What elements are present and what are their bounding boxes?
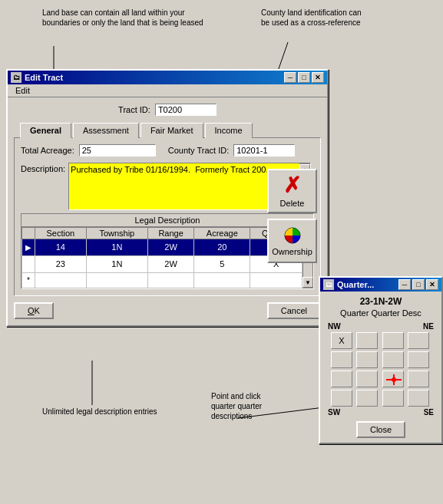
q-cell-0-3[interactable]: [408, 332, 429, 349]
q-cell-1-3[interactable]: [408, 351, 429, 368]
window-icon: 🗂: [11, 72, 21, 83]
window-title: Edit Tract: [25, 73, 63, 82]
table-row[interactable]: ▶ 14 1N 2W 20: [22, 239, 302, 256]
cell-range: 2W: [147, 239, 193, 256]
quarter-id: 23-1N-2W: [325, 296, 437, 307]
title-bar-controls: ─ □ ✕: [284, 72, 324, 83]
tab-assessment[interactable]: Assessment: [73, 123, 139, 138]
quarter-content: 23-1N-2W Quarter Quarter Desc NW NE: [320, 292, 441, 443]
q-cell-2-3[interactable]: [408, 371, 429, 387]
q-cell-1-0[interactable]: [331, 351, 352, 368]
sw-label: SW: [328, 408, 340, 417]
tab-content: Total Acreage: County Tract ID: Descript…: [14, 137, 321, 296]
q-cell-1-2[interactable]: [382, 351, 404, 368]
menu-bar: Edit: [8, 84, 327, 97]
quarter-title-controls: ─ □ ✕: [398, 279, 438, 290]
cell-section-new: [35, 272, 87, 288]
total-acreage-label: Total Acreage:: [21, 146, 74, 155]
edit-menu[interactable]: Edit: [11, 84, 35, 97]
action-buttons: OK Cancel: [14, 302, 321, 319]
delete-icon: ✗: [283, 175, 301, 196]
tabs-container: General Assessment Fair Market Income: [14, 122, 321, 137]
quarter-title-bar: 🗂 Quarter... ─ □ ✕: [320, 278, 441, 292]
q-cell-1-1[interactable]: [356, 351, 378, 368]
tab-general[interactable]: General: [20, 123, 71, 138]
close-button[interactable]: ✕: [312, 72, 324, 83]
ok-button[interactable]: OK: [14, 302, 54, 319]
ownership-label: Ownership: [272, 247, 312, 256]
q-cell-2-1[interactable]: [356, 371, 378, 387]
description-label: Description:: [21, 163, 65, 173]
quarter-desc-label: Quarter Quarter Desc: [325, 308, 437, 318]
quarter-window-icon: 🗂: [323, 279, 334, 290]
q-cell-0-1[interactable]: [356, 332, 378, 349]
row-indicator: ▶: [22, 239, 35, 256]
table-scroll-down[interactable]: ▼: [302, 277, 313, 288]
svg-point-7: [392, 377, 396, 382]
q-cell-2-2[interactable]: [382, 371, 404, 387]
cell-township: 1N: [86, 255, 147, 272]
row-indicator: [22, 255, 35, 272]
close-button[interactable]: Close: [356, 421, 405, 438]
se-label: SE: [424, 408, 434, 417]
crosshair-svg: [383, 371, 405, 388]
ne-label: NE: [423, 322, 434, 331]
quarter-bottom-labels: SW SE: [325, 408, 437, 417]
cell-section: 23: [35, 255, 87, 272]
table-row[interactable]: 23 1N 2W 5 X: [22, 255, 302, 272]
title-bar-left: 🗂 Edit Tract: [11, 72, 63, 83]
tab-income[interactable]: Income: [205, 123, 253, 138]
tract-id-label: Tract ID:: [118, 105, 150, 114]
cell-acreage: 5: [194, 255, 250, 272]
col-township: Township: [86, 228, 147, 239]
q-cell-0-0[interactable]: [331, 332, 352, 349]
q-cell-0-2[interactable]: [382, 332, 404, 349]
cell-township: 1N: [86, 239, 147, 256]
table-row-new[interactable]: *: [22, 272, 302, 288]
quarter-window-title: Quarter...: [337, 280, 374, 289]
quarter-window: 🗂 Quarter... ─ □ ✕ 23-1N-2W Quarter Quar…: [319, 276, 443, 444]
q-cell-3-1[interactable]: [356, 390, 378, 407]
quarter-close[interactable]: ✕: [426, 279, 438, 290]
tract-id-row: Tract ID:: [14, 104, 321, 116]
ok-label: OK: [28, 306, 40, 315]
cell-acreage-new: [194, 272, 250, 288]
q-cell-3-3[interactable]: [408, 390, 429, 407]
quarter-grid: [328, 332, 434, 407]
minimize-button[interactable]: ─: [284, 72, 296, 83]
description-textarea[interactable]: Purchased by Tribe 01/16/1994. Formerly …: [69, 163, 299, 209]
delete-button[interactable]: ✗ Delete: [267, 169, 317, 213]
q-cell-3-0[interactable]: [331, 390, 352, 407]
quarter-maximize[interactable]: □: [412, 279, 425, 290]
quarter-title-left: 🗂 Quarter...: [323, 279, 374, 290]
quarter-grid-outer: [325, 332, 437, 407]
quarter-top-labels: NW NE: [325, 322, 437, 331]
cell-range-new: [147, 272, 193, 288]
county-tract-input[interactable]: [233, 144, 295, 156]
legal-table: Section Township Range Acreage Quarter ▶…: [21, 227, 302, 288]
q-cell-2-0[interactable]: [331, 371, 352, 387]
tract-id-input[interactable]: [155, 104, 217, 116]
maximize-button[interactable]: □: [298, 72, 310, 83]
cancel-button[interactable]: Cancel: [267, 302, 321, 319]
quarter-minimize[interactable]: ─: [398, 279, 411, 290]
title-bar: 🗂 Edit Tract ─ □ ✕: [8, 71, 327, 84]
county-tract-label: County Tract ID:: [168, 146, 229, 155]
legal-table-head: Section Township Range Acreage Quarter: [22, 228, 302, 239]
ownership-button[interactable]: Ownership: [267, 219, 317, 263]
tab-fair-market[interactable]: Fair Market: [141, 123, 203, 138]
total-acreage-input[interactable]: [79, 144, 156, 156]
q-cell-3-2[interactable]: [382, 390, 404, 407]
acreage-county-row: Total Acreage: County Tract ID:: [21, 144, 314, 156]
nw-label: NW: [328, 322, 341, 331]
row-indicator-new: *: [22, 272, 35, 288]
col-acreage: Acreage: [194, 228, 250, 239]
callout-top-left: Land base can contain all land within yo…: [42, 8, 203, 28]
ownership-icon: [280, 226, 305, 245]
callout-bottom-right: Point and click quarter quarter descript…: [211, 391, 262, 421]
col-section: Section: [35, 228, 87, 239]
header-row: Section Township Range Acreage Quarter: [22, 228, 302, 239]
legal-table-body: ▶ 14 1N 2W 20 23 1N 2W: [22, 239, 302, 288]
cell-range: 2W: [147, 255, 193, 272]
callout-bottom-left: Unlimited legal description entries: [42, 407, 157, 417]
